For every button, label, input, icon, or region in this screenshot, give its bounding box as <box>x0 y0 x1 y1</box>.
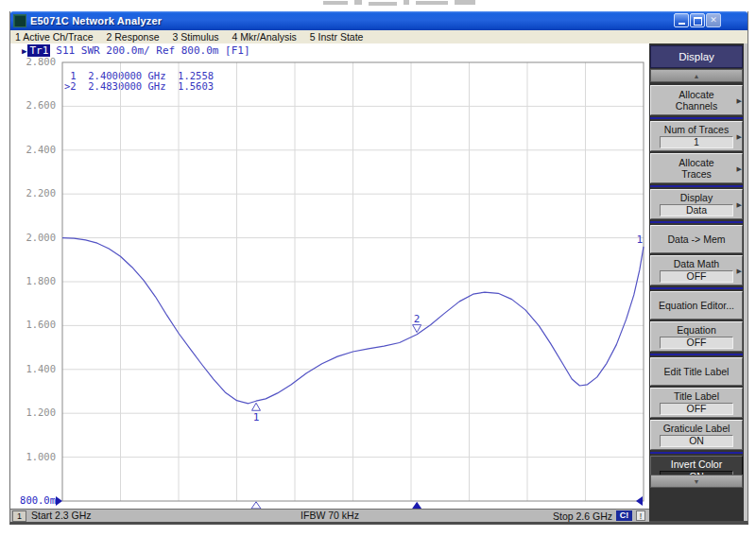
menu-5-instr-state[interactable]: 5 Instr State <box>310 31 364 43</box>
softkey-label: Data -> Mem <box>668 233 726 245</box>
submenu-arrow-icon: ▶ <box>737 133 742 140</box>
softkey-edit-title-label[interactable]: Edit Title Label <box>650 357 743 386</box>
softkey-label: Edit Title Label <box>664 366 730 377</box>
softkey-label: Equation <box>677 324 715 336</box>
y-axis-label: 1.000 <box>14 451 56 463</box>
app-icon <box>13 14 26 27</box>
menu-3-stimulus[interactable]: 3 Stimulus <box>173 31 219 43</box>
softkey-display[interactable]: DisplayData▶ <box>650 189 743 219</box>
scroll-up-icon: ▲ <box>694 73 700 79</box>
ifbw-value[interactable]: IFBW 70 kHz <box>301 510 359 522</box>
softkey-data-math[interactable]: Data MathOFF▶ <box>650 255 743 285</box>
softkey-group-separator <box>650 185 743 187</box>
stop-area: Stop 2.6 GHz C! ! <box>553 510 645 522</box>
start-frequency[interactable]: Start 2.3 GHz <box>31 510 92 522</box>
softkey-group-separator <box>650 452 743 454</box>
marker-2-stimulus-icon <box>412 502 421 509</box>
softkey-label: Allocate <box>679 157 713 168</box>
softkey-label: Display <box>680 192 713 203</box>
submenu-arrow-icon: ▶ <box>737 201 742 208</box>
softkey-scroll-down[interactable]: ▼ <box>650 475 743 488</box>
softkey-value: OFF <box>660 337 733 349</box>
softkey-label: Title Label <box>674 390 719 402</box>
restore-icon <box>694 17 702 26</box>
softkey-allocate-channels[interactable]: AllocateChannels▶ <box>650 85 743 115</box>
softkey-label: Equation Editor... <box>659 300 734 311</box>
softkey-num-of-traces[interactable]: Num of Traces1▶ <box>650 121 743 151</box>
channel-indicator: 1 <box>12 510 26 522</box>
softkey-value: 1 <box>660 136 733 148</box>
minimize-button[interactable] <box>674 13 689 27</box>
softkey-scroll-up[interactable]: ▲ <box>650 69 743 82</box>
y-axis-label: 2.000 <box>14 232 56 244</box>
display-area: ▶ Tr1 S11 SWR 200.0m/ Ref 800.0m [F1] 1 … <box>10 43 649 509</box>
softkey-data-mem[interactable]: Data -> Mem <box>650 225 743 253</box>
cropped-text-artifact <box>323 0 522 7</box>
softkey-group-separator <box>650 354 743 355</box>
y-axis-label: 2.800 <box>14 56 56 68</box>
submenu-arrow-icon: ▶ <box>737 97 742 104</box>
close-button[interactable]: ✕ <box>706 13 721 27</box>
softkey-group-separator <box>650 117 743 119</box>
y-axis-label: 1.200 <box>14 406 56 419</box>
menu-2-response[interactable]: 2 Response <box>106 31 159 43</box>
softkey-allocate-traces[interactable]: AllocateTraces▶ <box>650 153 743 183</box>
active-trace-arrow-icon: ▶ <box>22 46 26 56</box>
softkey-group-separator <box>650 221 743 223</box>
analyzer-window: E5071C Network Analyzer ✕ 1 Active Ch/Tr… <box>9 11 748 525</box>
softkey-value: Data <box>660 204 733 216</box>
softkey-title-label[interactable]: Title LabelOFF <box>650 388 743 418</box>
correction-badge: C! <box>616 510 632 521</box>
close-icon: ✕ <box>710 16 717 25</box>
y-axis-label: 2.200 <box>14 187 56 199</box>
softkey-label: Traces <box>681 168 712 180</box>
softkey-menu-title: Display <box>650 45 743 68</box>
menu-bar: 1 Active Ch/Trace2 Response3 Stimulus4 M… <box>10 30 747 43</box>
menu-1-active-ch-trace[interactable]: 1 Active Ch/Trace <box>15 31 93 43</box>
marker-2-triangle-icon <box>413 325 421 333</box>
ref-level-arrow-left-icon <box>56 496 62 506</box>
y-axis-label: 800.0m <box>14 494 56 507</box>
softkey-value: ON <box>660 435 733 447</box>
submenu-arrow-icon: ▶ <box>737 268 742 274</box>
softkey-value: OFF <box>660 270 733 283</box>
marker-1-stimulus-icon <box>251 502 261 509</box>
softkey-equation-editor[interactable]: Equation Editor... <box>650 291 743 320</box>
submenu-arrow-icon: ▶ <box>737 165 742 172</box>
marker-1-number: 1 <box>253 411 260 424</box>
trace-status-line[interactable]: ▶ Tr1 S11 SWR 200.0m/ Ref 800.0m [F1] <box>22 44 250 57</box>
trace-end-number: 1 <box>637 233 644 246</box>
softkey-label: Invert Color <box>671 458 722 470</box>
softkey-graticule-label[interactable]: Graticule LabelON <box>650 420 743 450</box>
y-axis-label: 1.400 <box>14 363 56 375</box>
y-axis-label: 2.600 <box>14 99 56 112</box>
restore-button[interactable] <box>690 13 705 27</box>
scroll-down-icon: ▼ <box>694 478 700 485</box>
title-bar[interactable]: E5071C Network Analyzer ✕ <box>10 11 747 30</box>
softkey-label: Data Math <box>674 258 719 269</box>
softkey-button-list: AllocateChannels▶Num of Traces1▶Allocate… <box>650 85 743 488</box>
softkey-value: OFF <box>660 403 733 415</box>
marker-1-triangle-icon <box>252 403 261 410</box>
y-axis-label: 1.600 <box>14 319 56 331</box>
trace-format-text: S11 SWR 200.0m/ Ref 800.0m [F1] <box>56 44 249 57</box>
softkey-label: Graticule Label <box>663 423 730 434</box>
y-axis-label: 2.400 <box>14 144 56 156</box>
plot-svg: 121 <box>53 57 646 510</box>
softkey-label: Channels <box>676 100 717 112</box>
marker-2-number: 2 <box>414 313 421 325</box>
minimize-icon <box>679 23 685 25</box>
softkey-equation[interactable]: EquationOFF <box>650 321 743 352</box>
screenshot-canvas: E5071C Network Analyzer ✕ 1 Active Ch/Tr… <box>0 0 756 536</box>
status-bar: 1 Start 2.3 GHz IFBW 70 kHz Stop 2.6 GHz… <box>10 509 649 522</box>
softkey-group-separator <box>650 287 743 289</box>
y-axis-label: 1.800 <box>14 275 56 287</box>
ref-level-arrow-right-icon <box>636 496 643 506</box>
softkey-sidebar: Display ▲ AllocateChannels▶Num of Traces… <box>649 43 747 521</box>
window-controls: ✕ <box>674 13 721 27</box>
warning-badge: ! <box>636 510 645 521</box>
menu-4-mkr-analysis[interactable]: 4 Mkr/Analysis <box>232 31 297 43</box>
stop-frequency[interactable]: Stop 2.6 GHz <box>553 510 612 522</box>
softkey-label: Num of Traces <box>664 124 729 135</box>
window-title: E5071C Network Analyzer <box>30 15 162 26</box>
